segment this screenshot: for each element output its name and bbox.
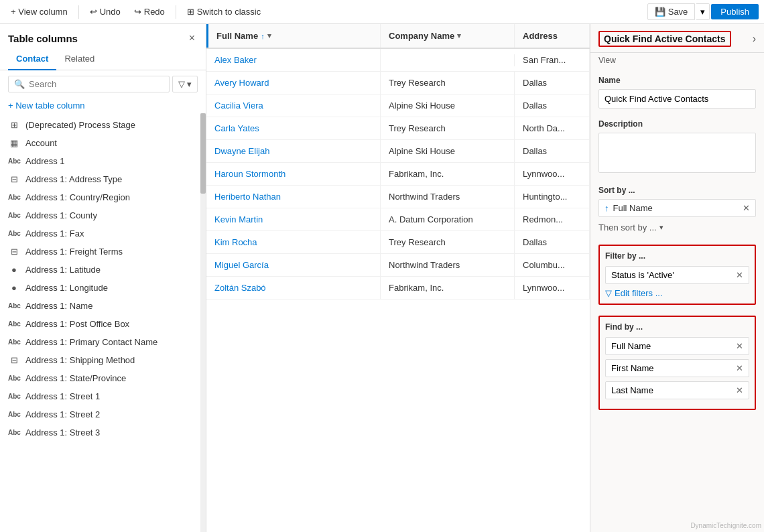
table-row[interactable]: Miguel García Northwind Traders Columbu.… xyxy=(206,254,590,277)
left-panel: Table columns × Contact Related 🔍 ▽ ▾ + … xyxy=(0,24,206,532)
save-button[interactable]: 💾 Save xyxy=(647,3,696,20)
column-item-label: Address 1: Freight Terms xyxy=(25,247,123,257)
cell-fullname: Kevin Martin xyxy=(206,208,381,230)
column-item-label: Address 1: Shipping Method xyxy=(25,355,135,365)
list-item[interactable]: ⊞(Deprecated) Process Stage xyxy=(8,116,206,134)
list-item[interactable]: AbcAddress 1: Country/Region xyxy=(8,188,206,206)
findby-chip: Full Name ✕ xyxy=(605,337,749,355)
list-item[interactable]: ●Address 1: Longitude xyxy=(8,279,206,297)
list-item[interactable]: ●Address 1: Latitude xyxy=(8,261,206,279)
filter-button[interactable]: ▽ ▾ xyxy=(172,76,198,92)
edit-filters-label: Edit filters ... xyxy=(615,288,663,298)
panel-title: Table columns xyxy=(8,33,78,44)
findby-section: Find by ... Full Name ✕First Name ✕Last … xyxy=(598,316,756,410)
cell-company: Northwind Traders xyxy=(381,186,515,208)
list-item[interactable]: AbcAddress 1: Fax xyxy=(8,224,206,243)
column-item-label: Address 1: Street 1 xyxy=(25,391,100,401)
rp-name-section: Name xyxy=(590,70,764,114)
findby-chip: Last Name ✕ xyxy=(605,381,749,399)
new-column-button[interactable]: + New table column xyxy=(0,98,206,113)
switch-classic-button[interactable]: ⊞ Switch to classic xyxy=(182,4,266,19)
column-item-label: Address 1: Fax xyxy=(25,228,84,239)
view-column-button[interactable]: + View column xyxy=(5,4,73,19)
table-row[interactable]: Kevin Martin A. Datum Corporation Redmon… xyxy=(206,208,590,231)
cell-address: North Da... xyxy=(515,117,590,139)
column-item-label: Address 1: Primary Contact Name xyxy=(25,337,157,347)
scroll-thumb[interactable] xyxy=(200,113,206,194)
sort-asc-icon[interactable]: ↑ xyxy=(261,32,265,40)
toolbar-right: 💾 Save ▾ Publish xyxy=(647,3,759,20)
findby-chip-remove[interactable]: ✕ xyxy=(736,385,743,395)
rp-description-textarea[interactable] xyxy=(598,133,756,173)
cell-address: Redmon... xyxy=(515,208,590,230)
close-icon[interactable]: × xyxy=(186,31,198,46)
cell-address: Lynnwoo... xyxy=(515,277,590,299)
panel-tabs: Contact Related xyxy=(0,50,206,70)
grid-header: Full Name ↑ ▾ Company Name ▾ Address xyxy=(206,24,590,49)
table-row[interactable]: Avery Howard Trey Research Dallas xyxy=(206,72,590,94)
cell-company: Fabrikam, Inc. xyxy=(381,277,515,299)
cell-fullname: Zoltán Szabó xyxy=(206,277,381,299)
right-panel: Quick Find Active Contacts › View Name D… xyxy=(590,24,764,532)
col-chevron-company[interactable]: ▾ xyxy=(457,31,461,40)
rp-sort-label: Sort by ... xyxy=(598,186,756,195)
table-row[interactable]: Haroun Stormonth Fabrikam, Inc. Lynnwoo.… xyxy=(206,163,590,186)
table-row[interactable]: Zoltán Szabó Fabrikam, Inc. Lynnwoo... xyxy=(206,277,590,300)
table-row[interactable]: Cacilia Viera Alpine Ski House Dallas xyxy=(206,94,590,117)
cell-fullname: Dwayne Elijah xyxy=(206,140,381,162)
then-sort-button[interactable]: Then sort by ... ▾ xyxy=(598,221,756,234)
rp-expand-icon[interactable]: › xyxy=(753,33,756,45)
rp-name-input[interactable] xyxy=(598,89,756,109)
list-item[interactable]: ▦Account xyxy=(8,134,206,152)
tab-related[interactable]: Related xyxy=(56,50,103,70)
sort-chip-remove[interactable]: ✕ xyxy=(743,203,750,213)
col-chevron-fullname[interactable]: ▾ xyxy=(267,31,271,40)
publish-button[interactable]: Publish xyxy=(711,4,759,19)
list-item[interactable]: AbcAddress 1: Street 2 xyxy=(8,405,206,423)
redo-button[interactable]: ↪ Redo xyxy=(129,4,170,19)
list-item[interactable]: AbcAddress 1: Name xyxy=(8,297,206,315)
list-item[interactable]: ⊟Address 1: Freight Terms xyxy=(8,243,206,261)
cell-company: Trey Research xyxy=(381,72,515,94)
list-item[interactable]: AbcAddress 1: Primary Contact Name xyxy=(8,333,206,351)
filter-chip-remove[interactable]: ✕ xyxy=(736,270,743,280)
column-item-label: Address 1: Latitude xyxy=(25,265,101,275)
cell-fullname: Alex Baker xyxy=(206,49,381,71)
undo-button[interactable]: ↩ Undo xyxy=(84,4,126,19)
table-row[interactable]: Kim Rocha Trey Research Dallas xyxy=(206,231,590,254)
table-row[interactable]: Heriberto Nathan Northwind Traders Hunti… xyxy=(206,186,590,208)
cell-company: Alpine Ski House xyxy=(381,94,515,117)
tab-contact[interactable]: Contact xyxy=(8,50,56,70)
rp-title-box: Quick Find Active Contacts xyxy=(598,31,731,47)
edit-filters-button[interactable]: ▽ Edit filters ... xyxy=(605,288,749,298)
list-item[interactable]: AbcAddress 1: State/Province xyxy=(8,369,206,387)
save-dropdown-button[interactable]: ▾ xyxy=(696,3,710,20)
filter-chevron: ▾ xyxy=(187,79,192,89)
cell-address: Huntingto... xyxy=(515,186,590,208)
main-layout: Table columns × Contact Related 🔍 ▽ ▾ + … xyxy=(0,24,764,532)
table-row[interactable]: Alex Baker San Fran... xyxy=(206,49,590,72)
list-item[interactable]: AbcAddress 1: County xyxy=(8,206,206,224)
panel-header: Table columns × xyxy=(0,24,206,50)
column-item-label: Address 1: Street 3 xyxy=(25,427,100,438)
list-item[interactable]: ⊟Address 1: Shipping Method xyxy=(8,351,206,369)
list-item[interactable]: AbcAddress 1: Street 1 xyxy=(8,387,206,405)
sort-chip-label: Full Name xyxy=(613,203,653,213)
column-list: ⊞(Deprecated) Process Stage▦AccountAbcAd… xyxy=(0,113,206,532)
list-item[interactable]: ⊟Address 1: Address Type xyxy=(8,170,206,188)
list-item[interactable]: AbcAddress 1: Post Office Box xyxy=(8,315,206,333)
rp-title: Quick Find Active Contacts xyxy=(604,34,726,44)
search-input[interactable] xyxy=(29,79,164,89)
list-item[interactable]: AbcAddress 1: Street 3 xyxy=(8,423,206,442)
column-item-label: Address 1 xyxy=(25,156,65,166)
filter-section: Filter by ... Status is 'Active' ✕ ▽ Edi… xyxy=(598,245,756,305)
findby-chip-remove[interactable]: ✕ xyxy=(736,363,743,373)
list-item[interactable]: AbcAddress 1 xyxy=(8,152,206,170)
edit-filters-icon: ▽ xyxy=(605,288,612,298)
column-item-label: Address 1: Street 2 xyxy=(25,409,100,419)
findby-chip-remove[interactable]: ✕ xyxy=(736,341,743,351)
rp-sort-section: Sort by ... ↑ Full Name ✕ Then sort by .… xyxy=(590,180,764,239)
sort-up-icon: ↑ xyxy=(604,203,609,213)
table-row[interactable]: Dwayne Elijah Alpine Ski House Dallas xyxy=(206,140,590,163)
table-row[interactable]: Carla Yates Trey Research North Da... xyxy=(206,117,590,140)
